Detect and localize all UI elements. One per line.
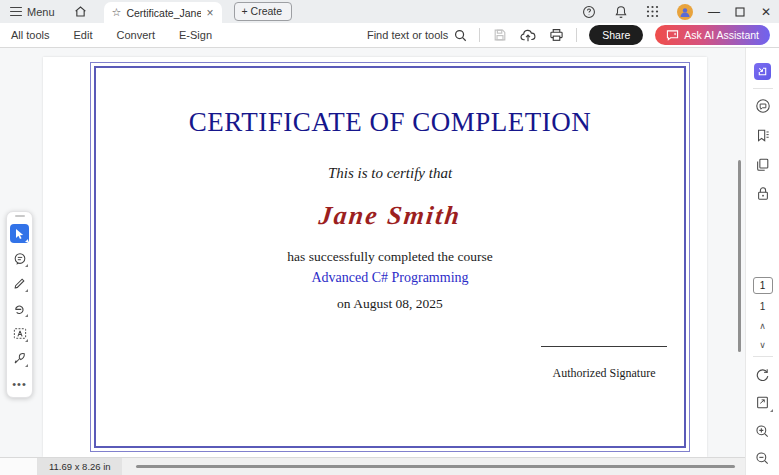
minimize-button[interactable]: — [701,0,727,23]
user-avatar[interactable] [677,4,693,20]
certificate-course-name: Advanced C# Programming [91,270,689,286]
document-area: CERTIFICATE OF COMPLETION This is to cer… [0,48,745,457]
zoom-in-button[interactable] [752,420,774,442]
comments-panel-button[interactable] [752,95,774,117]
apps-grid-button[interactable] [645,4,660,19]
toolbar-menus: All tools Edit Convert E-Sign [0,29,212,41]
flyout-indicator [25,339,28,342]
ask-ai-button[interactable]: Ask AI Assistant [655,25,770,45]
draw-tool-button[interactable] [10,274,29,293]
select-tool-button[interactable] [10,224,29,243]
status-corner [0,458,38,475]
comment-tool-button[interactable] [10,249,29,268]
highlight-tool-button[interactable] [10,299,29,318]
home-button[interactable] [65,0,96,23]
acrobat-window: Menu ☆ Certificate_Jane_Smith... × + Cre… [0,0,779,475]
flyout-indicator [25,314,28,317]
ask-ai-label: Ask AI Assistant [684,29,759,41]
vertical-scrollbar[interactable] [738,160,741,352]
fit-page-button[interactable] [752,391,774,413]
rail-divider [753,88,773,89]
certificate-date-line: on August 08, 2025 [91,296,689,312]
home-icon [74,5,87,18]
flyout-indicator [770,409,773,412]
page-total-label: 1 [760,301,766,312]
notifications-button[interactable] [613,4,628,19]
quick-tools-panel: ••• [6,211,33,398]
hamburger-icon [10,7,22,16]
pdf-page[interactable]: CERTIFICATE OF COMPLETION This is to cer… [43,57,707,457]
page-number-input[interactable]: 1 [753,277,773,294]
titlebar-icons [581,4,701,20]
titlebar: Menu ☆ Certificate_Jane_Smith... × + Cre… [0,0,779,23]
find-tools-button[interactable]: Find text or tools [367,29,467,42]
more-tools-button[interactable]: ••• [10,374,29,393]
certificate-completion-line: has successfully completed the course [91,249,689,265]
certificate-subtitle: This is to certify that [91,165,689,182]
quick-tools-drag-handle[interactable] [15,215,25,217]
star-icon[interactable]: ☆ [112,6,122,19]
certificate-title: CERTIFICATE OF COMPLETION [91,107,689,138]
save-button[interactable] [492,27,508,43]
help-button[interactable] [581,4,596,19]
signature-label: Authorized Signature [504,366,704,381]
add-text-tool-button[interactable] [10,324,29,343]
toolbar-divider [576,28,577,42]
create-tab-button[interactable]: + Create [234,2,293,21]
certificate-border: CERTIFICATE OF COMPLETION This is to cer… [90,62,690,452]
find-label: Find text or tools [367,29,448,41]
toolbar-item-esign[interactable]: E-Sign [179,29,212,41]
signature-line [541,346,667,347]
fill-sign-tool-button[interactable] [10,349,29,368]
toolbar-actions: Find text or tools Share Ask AI [367,25,779,45]
print-button[interactable] [548,27,564,43]
menu-button[interactable]: Menu [0,0,65,23]
page-dimensions-label: 11.69 x 8.26 in [38,458,122,475]
maximize-button[interactable] [727,0,753,23]
tab-close-icon[interactable]: × [207,6,214,20]
lock-icon[interactable] [752,182,774,204]
toolbar-item-all-tools[interactable]: All tools [11,29,50,41]
bookmarks-panel-button[interactable] [752,124,774,146]
ai-assistant-icon [754,63,771,80]
tab-title: Certificate_Jane_Smith... [126,7,200,19]
previous-page-button[interactable]: ∧ [759,321,766,331]
window-controls: — ✕ [701,0,779,23]
flyout-indicator [25,289,28,292]
pages-panel-button[interactable] [752,153,774,175]
toolbar: All tools Edit Convert E-Sign Find text … [0,23,779,48]
horizontal-scrollbar[interactable] [136,465,735,468]
search-icon [454,29,467,42]
share-button[interactable]: Share [589,25,643,45]
flyout-indicator [25,364,28,367]
close-button[interactable]: ✕ [753,0,779,23]
rotate-page-button[interactable] [752,363,774,385]
ai-chat-icon [666,29,679,41]
menu-label: Menu [27,6,55,18]
next-page-button[interactable]: ∨ [759,340,766,350]
toolbar-item-convert[interactable]: Convert [117,29,156,41]
flyout-indicator [25,239,28,242]
right-rail: 1 1 ∧ ∨ [745,48,779,475]
document-tab[interactable]: ☆ Certificate_Jane_Smith... × [104,2,222,23]
rail-divider [753,356,773,357]
zoom-out-button[interactable] [752,447,774,469]
ai-assistant-panel-button[interactable] [752,60,774,82]
status-bar: 11.69 x 8.26 in [0,457,745,475]
certificate-recipient-name: Jane Smith [89,201,690,231]
flyout-indicator [25,264,28,267]
toolbar-item-edit[interactable]: Edit [74,29,93,41]
toolbar-divider [479,28,480,42]
cloud-upload-button[interactable] [520,27,536,43]
